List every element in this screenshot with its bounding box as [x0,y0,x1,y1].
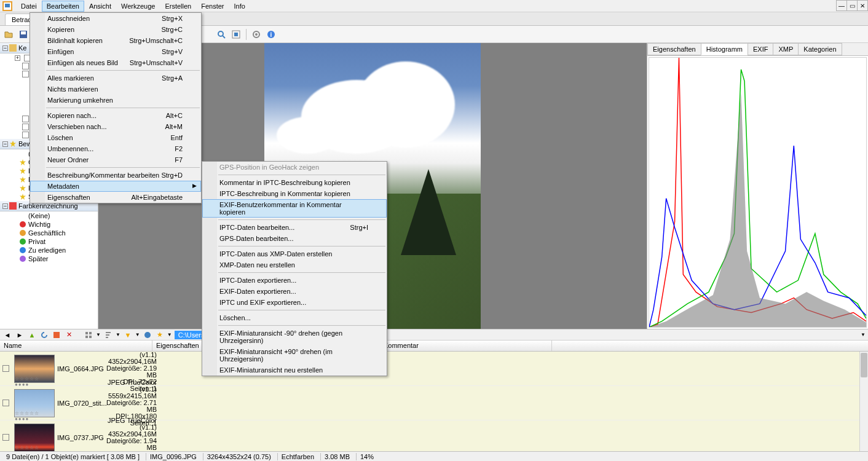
menuitem-kommentar-in-iptc-beschreibung-kopieren[interactable]: Kommentar in IPTC-Beschreibung kopieren [202,177,387,188]
row-checkbox[interactable] [2,365,9,372]
menu-bearbeiten[interactable]: Bearbeiten [42,1,84,12]
menuitem-iptc-daten-exportieren-[interactable]: IPTC-Daten exportieren... [202,275,387,286]
dropdown-icon[interactable]: ▼ [861,332,866,337]
menu-erstellen[interactable]: Erstellen [160,1,196,12]
menuitem-kopieren-nach-[interactable]: Kopieren nach...Alt+C [30,110,201,121]
menu-werkzeuge[interactable]: Werkzeuge [116,1,160,12]
menuitem-eigenschaften[interactable]: EigenschaftenAlt+Eingabetaste [30,192,201,203]
menubar: Datei Bearbeiten Ansicht Werkzeuge Erste… [0,0,868,12]
menuitem-einf-gen[interactable]: EinfügenStrg+V [30,46,201,57]
collapse-icon[interactable]: − [2,45,8,51]
menuitem-exif-miniaturansicht-neu-erstellen[interactable]: EXIF-Miniaturansicht neu erstellen [202,364,387,376]
file-row[interactable]: ☆☆☆☆☆ ●●●●IMG_0737.JPGJPEG TrueColor (v1… [0,420,868,452]
svg-rect-26 [85,332,88,334]
menuitem-verschieben-nach-[interactable]: Verschieben nach...Alt+M [30,121,201,132]
menuitem-nichts-markieren[interactable]: Nichts markieren [30,84,201,95]
col-name[interactable]: Name [0,341,152,351]
svg-text:i: i [270,31,272,38]
star-icon[interactable]: ★ [155,330,165,340]
forward-icon[interactable]: ► [15,330,25,340]
up-icon[interactable]: ▲ [27,330,37,340]
menuitem-kopieren[interactable]: KopierenStrg+C [30,24,201,35]
delete-icon[interactable]: ✕ [64,330,74,340]
menuitem-iptc-daten-aus-xmp-daten-erstellen[interactable]: IPTC-Daten aus XMP-Daten erstellen [202,248,387,259]
file-props: JPEG TrueColor (v1.1)4352x2904,16MDateig… [104,417,157,452]
colorlabel-5[interactable]: Später [0,254,98,263]
filter-icon[interactable]: ▼ [123,330,133,340]
open-icon[interactable] [2,28,15,41]
menuitem-gps-daten-bearbeiten-[interactable]: GPS-Daten bearbeiten... [202,233,387,244]
menuitem-iptc-daten-bearbeiten-[interactable]: IPTC-Daten bearbeiten...Strg+I [202,222,387,233]
svg-rect-28 [85,336,88,338]
fit-icon[interactable] [230,28,242,41]
svg-rect-25 [53,332,60,338]
status-size: 3.08 MB [320,453,353,460]
svg-rect-4 [21,31,26,34]
colorlabel-2[interactable]: Geschäftlich [0,229,98,237]
info-icon[interactable]: i [265,28,277,41]
status-zoom: 14% [356,453,377,460]
minimize-button[interactable]: — [836,0,847,11]
tab-xmp[interactable]: XMP [773,43,799,55]
menuitem-umbenennen-[interactable]: Umbenennen...F2 [30,143,201,154]
app-icon [2,1,12,11]
row-checkbox[interactable] [2,434,9,441]
tab-histogramm[interactable]: Histogramm [701,43,748,55]
menuitem-iptc-und-exif-exportieren-[interactable]: IPTC und EXIF exportieren... [202,297,387,308]
zoom-icon[interactable] [215,28,227,41]
tab-kategorien[interactable]: Kategorien [798,43,842,55]
svg-marker-18 [10,141,16,147]
menuitem-exif-benutzerkommentar-in-kommentar-kopieren[interactable]: EXIF-Benutzerkommentar in Kommentar kopi… [202,199,387,218]
tab-eigenschaften[interactable]: Eigenschaften [647,43,701,55]
right-pane: Eigenschaften Histogramm EXIF XMP Katego… [647,43,868,329]
sort-icon[interactable] [103,330,113,340]
close-button[interactable]: ✕ [857,0,868,11]
file-row[interactable]: ☆☆☆☆☆ ●●●●IMG_0720_stit...JPEG TrueColor… [0,386,868,420]
back-icon[interactable]: ◄ [2,330,12,340]
menuitem-einf-gen-als-neues-bild[interactable]: Einfügen als neues BildStrg+Umschalt+V [30,57,201,68]
save-icon[interactable] [17,28,30,41]
column-headers: Name Eigenschaften Beschreibung Kommenta… [0,341,868,352]
menuitem-markierung-umkehren[interactable]: Markierung umkehren [30,95,201,106]
globe-icon[interactable] [143,330,152,340]
metadata-submenu: GPS-Position in GeoHack zeigenKommentar … [202,161,387,376]
col-comment[interactable]: Kommentar [380,341,552,351]
svg-marker-21 [20,176,26,183]
menu-datei[interactable]: Datei [16,1,42,12]
menu-fenster[interactable]: Fenster [196,1,229,12]
menuitem-neuer-ordner[interactable]: Neuer OrdnerF7 [30,154,201,165]
menuitem-metadaten[interactable]: Metadaten▶ [30,181,201,192]
col-props[interactable]: Eigenschaften [152,341,205,351]
status-count: 9 Datei(en) / 1 Objekt(e) markiert [ 3.0… [2,453,143,460]
edit-icon[interactable] [52,330,61,340]
colorlabel-1[interactable]: Wichtig [0,220,98,229]
menu-info[interactable]: Info [229,1,250,12]
svg-rect-16 [9,44,17,52]
thumbnail: ☆☆☆☆☆ ●●●● [14,389,55,417]
menuitem-beschreibung-kommentar-bearbeiten[interactable]: Beschreibung/Kommentar bearbeitenStrg+D [30,170,201,181]
scrollbar[interactable] [859,352,868,452]
colorlabel-3[interactable]: Privat [0,237,98,246]
menuitem-exif-miniaturansicht-drehen-gegen-uhrzeigersinn-[interactable]: EXIF-Miniaturansicht -90° drehen (gegen … [202,328,387,346]
refresh-icon[interactable] [39,330,49,340]
menuitem-l-schen[interactable]: LöschenEntf [30,132,201,143]
colorlabel-0[interactable]: (Keine) [0,211,98,220]
menu-ansicht[interactable]: Ansicht [84,1,116,12]
menuitem-l-schen-[interactable]: Löschen... [202,312,387,323]
menuitem-exif-daten-exportieren-[interactable]: EXIF-Daten exportieren... [202,286,387,297]
svg-line-10 [223,36,225,38]
menuitem-bildinhalt-kopieren[interactable]: Bildinhalt kopierenStrg+Umschalt+C [30,35,201,46]
tab-exif[interactable]: EXIF [748,43,773,55]
menuitem-xmp-daten-neu-erstellen[interactable]: XMP-Daten neu erstellen [202,259,387,270]
filename: IMG_0720_stit... [57,400,104,407]
svg-point-13 [255,33,258,36]
colorlabel-4[interactable]: Zu erledigen [0,246,98,254]
gear-icon[interactable] [250,28,262,41]
menuitem-alles-markieren[interactable]: Alles markierenStrg+A [30,73,201,84]
maximize-button[interactable]: ▭ [846,0,858,11]
view-grid-icon[interactable] [84,330,93,340]
menuitem-iptc-beschreibung-in-kommentar-kopieren[interactable]: IPTC-Beschreibung in Kommentar kopieren [202,188,387,199]
menuitem-exif-miniaturansicht-drehen-im-uhrzeigersinn-[interactable]: EXIF-Miniaturansicht +90° drehen (im Uhr… [202,346,387,364]
menuitem-ausschneiden[interactable]: AusschneidenStrg+X [30,13,201,24]
row-checkbox[interactable] [2,400,9,406]
